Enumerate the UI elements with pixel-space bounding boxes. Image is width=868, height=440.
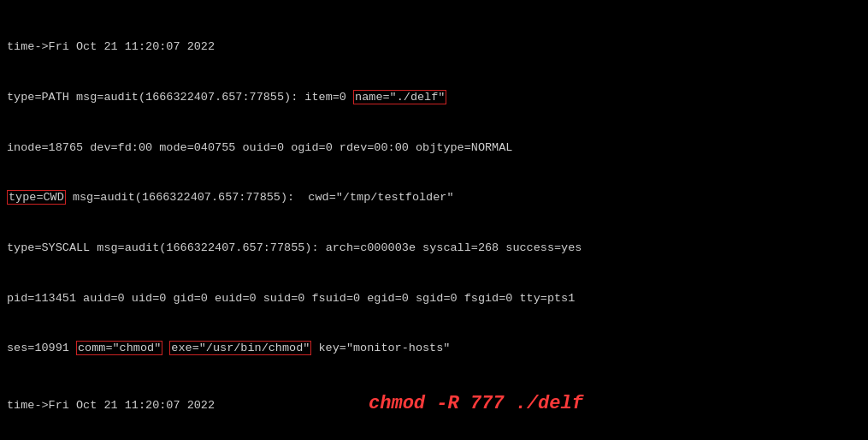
line-4: type=CWD msg=audit(1666322407.657:77855)… bbox=[7, 189, 861, 206]
line-2: type=PATH msg=audit(1666322407.657:77855… bbox=[7, 89, 861, 106]
line-1: time->Fri Oct 21 11:20:07 2022 bbox=[7, 39, 861, 56]
line-5: type=SYSCALL msg=audit(1666322407.657:77… bbox=[7, 240, 861, 257]
line-6: pid=113451 auid=0 uid=0 gid=0 euid=0 sui… bbox=[7, 290, 861, 307]
highlight-cwd-1: type=CWD bbox=[7, 190, 66, 205]
line-7: ses=10991 comm="chmod" exe="/usr/bin/chm… bbox=[7, 340, 861, 357]
highlight-name-delf-1: name="./delf" bbox=[353, 90, 446, 104]
highlight-exe-1: exe="/usr/bin/chmod" bbox=[169, 341, 311, 355]
line-3: inode=18765 dev=fd:00 mode=040755 ouid=0… bbox=[7, 140, 861, 157]
highlight-comm-1: comm="chmod" bbox=[76, 341, 162, 355]
line-8: time->Fri Oct 21 11:20:07 2022chmod -R 7… bbox=[7, 390, 861, 418]
terminal-output: time->Fri Oct 21 11:20:07 2022 type=PATH… bbox=[7, 5, 861, 440]
chmod-annotation: chmod -R 777 ./delf bbox=[369, 393, 583, 414]
